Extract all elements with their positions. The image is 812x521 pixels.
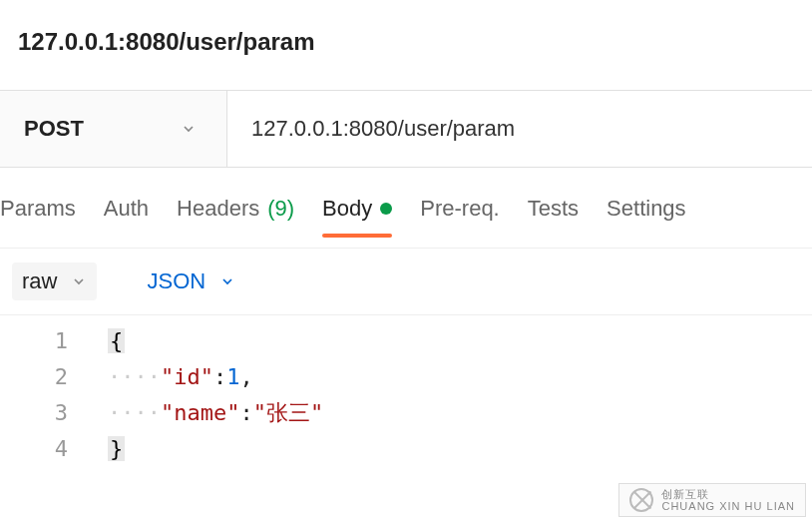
chevron-down-icon xyxy=(181,121,197,137)
code-line: } xyxy=(108,431,812,467)
indent-dots: ···· xyxy=(108,400,161,425)
tab-settings[interactable]: Settings xyxy=(607,196,686,236)
tab-headers[interactable]: Headers (9) xyxy=(177,196,294,236)
tab-body-label: Body xyxy=(322,196,372,222)
tab-tests[interactable]: Tests xyxy=(528,196,579,236)
line-number: 3 xyxy=(0,395,68,431)
watermark-text: 创新互联 CHUANG XIN HU LIAN xyxy=(661,488,795,512)
json-number: 1 xyxy=(226,364,239,389)
line-number: 2 xyxy=(0,359,68,395)
tabs-row: Params Auth Headers (9) Body Pre-req. Te… xyxy=(0,168,812,249)
colon: : xyxy=(239,400,252,425)
code-line: ····"name":"张三" xyxy=(108,395,812,431)
editor-code[interactable]: { ····"id":1, ····"name":"张三" } xyxy=(108,323,812,467)
brace: { xyxy=(108,328,125,353)
body-format-label: JSON xyxy=(147,268,205,294)
http-method-label: POST xyxy=(24,116,84,142)
json-string: "张三" xyxy=(253,400,324,425)
tab-params[interactable]: Params xyxy=(0,196,76,236)
editor-gutter: 1 2 3 4 xyxy=(0,323,108,467)
colon: : xyxy=(213,364,226,389)
json-key: "name" xyxy=(161,400,239,425)
url-input[interactable] xyxy=(227,91,812,167)
status-dot-icon xyxy=(380,203,392,215)
body-type-label: raw xyxy=(22,268,57,294)
line-number: 1 xyxy=(0,323,68,359)
body-type-select[interactable]: raw xyxy=(12,262,97,300)
chevron-down-icon xyxy=(71,273,87,289)
tab-body[interactable]: Body xyxy=(322,196,392,236)
comma: , xyxy=(239,364,252,389)
tab-headers-label: Headers xyxy=(177,196,259,222)
chevron-down-icon xyxy=(219,273,235,289)
watermark-logo-icon xyxy=(629,488,653,512)
brace: } xyxy=(108,436,125,461)
tab-prereq[interactable]: Pre-req. xyxy=(420,196,499,236)
body-format-select[interactable]: JSON xyxy=(137,262,245,300)
request-title: 127.0.0.1:8080/user/param xyxy=(0,0,812,90)
watermark-line2: CHUANG XIN HU LIAN xyxy=(661,500,795,512)
request-row: POST xyxy=(0,90,812,168)
watermark-line1: 创新互联 xyxy=(661,488,795,500)
watermark: 创新互联 CHUANG XIN HU LIAN xyxy=(618,483,806,517)
json-editor[interactable]: 1 2 3 4 { ····"id":1, ····"name":"张三" } xyxy=(0,315,812,467)
code-line: { xyxy=(108,323,812,359)
body-subtabs: raw JSON xyxy=(0,249,812,315)
http-method-select[interactable]: POST xyxy=(0,91,227,167)
tab-auth[interactable]: Auth xyxy=(104,196,149,236)
code-line: ····"id":1, xyxy=(108,359,812,395)
tab-headers-count: (9) xyxy=(267,196,294,222)
indent-dots: ···· xyxy=(108,364,161,389)
json-key: "id" xyxy=(161,364,213,389)
line-number: 4 xyxy=(0,431,68,467)
